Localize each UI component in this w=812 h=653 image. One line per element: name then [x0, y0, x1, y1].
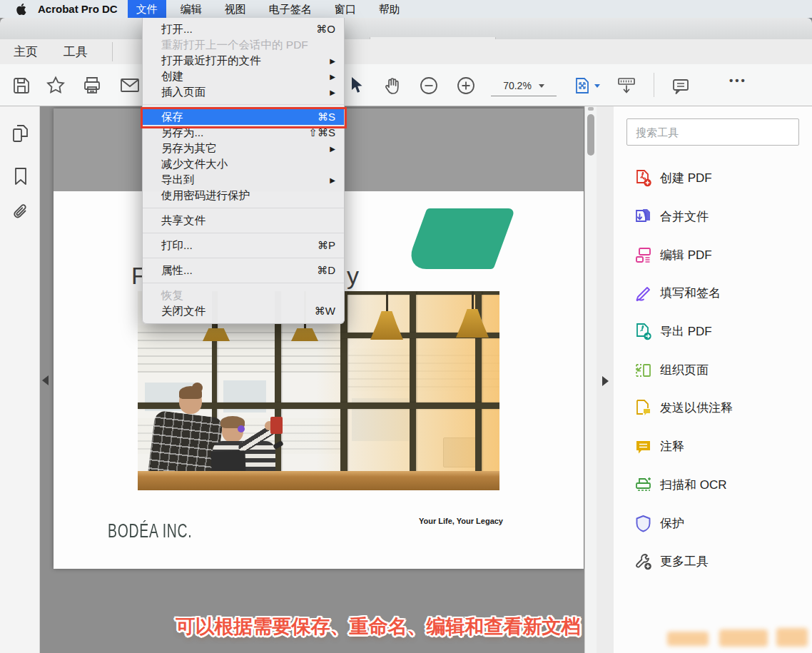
- comment-bubble-icon[interactable]: [669, 74, 692, 97]
- chevron-down-icon[interactable]: [592, 74, 602, 97]
- scan-ocr-icon: [634, 475, 653, 495]
- menu-item-share-file[interactable]: 共享文件: [143, 213, 344, 228]
- menu-file[interactable]: 文件: [128, 0, 166, 18]
- collapse-panel-arrow[interactable]: [42, 375, 49, 385]
- menu-item-properties[interactable]: 属性... ⌘D: [143, 263, 344, 278]
- menu-window[interactable]: 窗口: [326, 0, 365, 18]
- more-tools-icon: [634, 552, 653, 571]
- save-highlight-annotation: [141, 107, 347, 128]
- tool-label: 合并文件: [660, 208, 709, 225]
- select-tool-icon[interactable]: [345, 74, 368, 97]
- tab-tools[interactable]: 工具: [61, 39, 91, 64]
- tool-label: 导出 PDF: [660, 323, 712, 340]
- print-icon[interactable]: [81, 74, 103, 97]
- tools-list: 创建 PDF 合并文件 编辑 PDF 填写和签名: [614, 159, 812, 581]
- apple-menu-icon[interactable]: [16, 3, 26, 15]
- menu-item-save-as-other[interactable]: 另存为其它: [143, 141, 344, 156]
- scrollbar-top-cap: [588, 107, 594, 111]
- window-titlebar: 组合 1.pdf: [0, 18, 812, 40]
- watermark: [667, 632, 709, 646]
- tool-label: 创建 PDF: [660, 170, 712, 186]
- menu-item-export-to[interactable]: 导出到: [143, 172, 344, 188]
- menu-item-print[interactable]: 打印... ⌘P: [143, 238, 344, 253]
- zoom-in-icon[interactable]: [455, 74, 477, 97]
- menu-item-protect-with-password[interactable]: 使用密码进行保护: [143, 188, 344, 203]
- submenu-arrow-icon: [330, 88, 335, 96]
- protect-shield-icon: [634, 514, 653, 533]
- tool-export-pdf[interactable]: 导出 PDF: [614, 313, 812, 351]
- menu-separator: [143, 228, 344, 238]
- tool-comment[interactable]: 注释: [614, 427, 812, 466]
- tool-scan-ocr[interactable]: 扫描和 OCR: [614, 466, 812, 505]
- page-display-icon[interactable]: [615, 74, 638, 97]
- fill-sign-icon: [634, 283, 653, 303]
- bookmarks-icon[interactable]: [10, 166, 31, 187]
- search-tools-input[interactable]: [626, 118, 799, 146]
- person-standing-hair: [179, 386, 202, 399]
- menu-item-open[interactable]: 打开... ⌘O: [143, 21, 344, 37]
- menu-separator: [143, 203, 344, 213]
- menu-separator: [143, 253, 344, 263]
- page-thumbnails-icon[interactable]: [10, 123, 31, 144]
- divider: [112, 42, 113, 61]
- star-favorite-icon[interactable]: [44, 74, 67, 97]
- hand-tool-icon[interactable]: [380, 74, 403, 97]
- headphone-earcup: [238, 425, 245, 432]
- expand-panel-arrow[interactable]: [602, 376, 609, 386]
- export-pdf-icon: [634, 322, 653, 341]
- page-tagline: Your Life, Your Legacy: [360, 517, 503, 525]
- macos-menu-bar: Acrobat Pro DC 文件 编辑 视图 电子签名 窗口 帮助: [0, 0, 812, 18]
- bodea-logo-mark: [405, 208, 516, 269]
- tool-fill-sign[interactable]: 填写和签名: [614, 274, 812, 313]
- scrollbar-thumb[interactable]: [587, 114, 594, 156]
- vertical-scrollbar[interactable]: [584, 106, 597, 653]
- more-options-icon[interactable]: [729, 74, 747, 86]
- tool-create-pdf[interactable]: 创建 PDF: [614, 159, 812, 198]
- save-icon[interactable]: [10, 74, 33, 97]
- send-for-comments-icon: [634, 398, 653, 417]
- email-icon[interactable]: [118, 74, 141, 97]
- lamp-cord: [386, 291, 388, 311]
- menu-item-open-recent[interactable]: 打开最近打开的文件: [143, 53, 344, 69]
- tool-label: 组织页面: [660, 362, 709, 378]
- tool-combine-files[interactable]: 合并文件: [614, 198, 812, 236]
- app-name: Acrobat Pro DC: [38, 3, 118, 15]
- tool-edit-pdf[interactable]: 编辑 PDF: [614, 236, 812, 274]
- menu-item-close-file[interactable]: 关闭文件 ⌘W: [143, 303, 344, 319]
- watermark: [776, 628, 808, 647]
- attachments-paperclip-icon[interactable]: [10, 201, 31, 223]
- tools-pane: 创建 PDF 合并文件 编辑 PDF 填写和签名: [614, 106, 812, 653]
- zoom-level-dropdown[interactable]: 70.2%: [491, 80, 557, 96]
- edit-pdf-icon: [634, 245, 653, 265]
- tool-more-tools[interactable]: 更多工具: [614, 542, 812, 581]
- tutorial-caption: 可以根据需要保存、重命名、编辑和查看新文档: [121, 614, 635, 639]
- file-dropdown-menu: 打开... ⌘O 重新打开上一个会话中的 PDF 打开最近打开的文件 创建 插入…: [142, 18, 345, 324]
- menu-edit[interactable]: 编辑: [172, 0, 210, 18]
- tool-label: 注释: [660, 438, 684, 455]
- tool-label: 发送以供注释: [660, 400, 733, 416]
- nav-tab-bar: 主页 工具: [0, 39, 812, 65]
- fit-page-icon[interactable]: [571, 74, 594, 97]
- tools-pane-toggle-strip: [597, 106, 614, 653]
- menu-item-reopen-pdfs: 重新打开上一个会话中的 PDF: [143, 37, 344, 53]
- menu-item-reduce-file-size[interactable]: 减少文件大小: [143, 156, 344, 172]
- wooden-counter: [138, 471, 499, 490]
- menu-item-insert-pages[interactable]: 插入页面: [143, 84, 344, 100]
- tab-home[interactable]: 主页: [11, 39, 41, 64]
- tool-organize-pages[interactable]: 组织页面: [614, 350, 812, 389]
- zoom-out-icon[interactable]: [417, 74, 440, 97]
- submenu-arrow-icon: [330, 145, 335, 153]
- menu-help[interactable]: 帮助: [370, 0, 409, 18]
- tool-send-for-comments[interactable]: 发送以供注释: [614, 389, 812, 427]
- comment-icon: [634, 437, 653, 456]
- tool-protect[interactable]: 保护: [614, 504, 812, 542]
- page-heading-fragment: y: [347, 262, 359, 290]
- create-pdf-icon: [634, 168, 653, 188]
- chevron-down-icon: [539, 84, 544, 88]
- navigation-pane: [0, 106, 40, 653]
- menu-view[interactable]: 视图: [216, 0, 255, 18]
- tool-label: 编辑 PDF: [660, 247, 712, 263]
- menu-item-create[interactable]: 创建: [143, 69, 344, 84]
- lamp-cord: [472, 291, 474, 309]
- menu-esign[interactable]: 电子签名: [260, 0, 320, 18]
